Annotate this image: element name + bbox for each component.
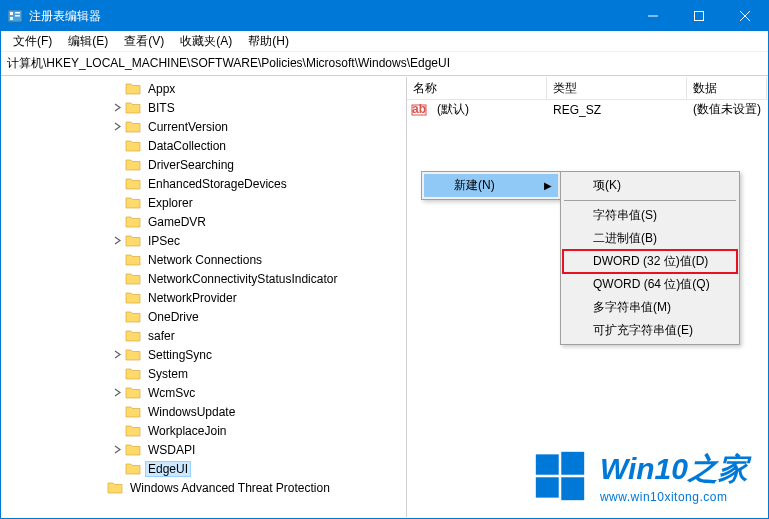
close-button[interactable] — [722, 1, 768, 31]
context-item-multistring[interactable]: 多字符串值(M) — [563, 296, 737, 319]
expand-icon[interactable] — [110, 271, 125, 286]
context-item-string[interactable]: 字符串值(S) — [563, 204, 737, 227]
expand-icon[interactable] — [110, 100, 125, 115]
tree-pane[interactable]: AppxBITSCurrentVersionDataCollectionDriv… — [2, 77, 407, 517]
tree-item-system[interactable]: System — [2, 364, 406, 383]
tree-item-datacollection[interactable]: DataCollection — [2, 136, 406, 155]
address-bar[interactable]: 计算机\HKEY_LOCAL_MACHINE\SOFTWARE\Policies… — [1, 52, 768, 76]
context-item-key[interactable]: 项(K) — [563, 174, 737, 197]
expand-icon[interactable] — [110, 442, 125, 457]
tree-item-explorer[interactable]: Explorer — [2, 193, 406, 212]
context-item-expandstring[interactable]: 可扩充字符串值(E) — [563, 319, 737, 342]
tree-item-driversearching[interactable]: DriverSearching — [2, 155, 406, 174]
expand-icon[interactable] — [110, 423, 125, 438]
menu-file[interactable]: 文件(F) — [5, 31, 60, 52]
table-row[interactable]: ab (默认) REG_SZ (数值未设置) — [407, 100, 767, 119]
watermark-title: Win10之家 — [600, 449, 748, 490]
titlebar[interactable]: 注册表编辑器 — [1, 1, 768, 31]
tree-item-wcmsvc[interactable]: WcmSvc — [2, 383, 406, 402]
expand-icon[interactable] — [110, 195, 125, 210]
minimize-button[interactable] — [630, 1, 676, 31]
tree-item-currentversion[interactable]: CurrentVersion — [2, 117, 406, 136]
tree-item-bits[interactable]: BITS — [2, 98, 406, 117]
context-item-new[interactable]: 新建(N) ▶ — [424, 174, 558, 197]
expand-icon[interactable] — [110, 385, 125, 400]
tree-label: DataCollection — [145, 138, 229, 154]
tree-item-safer[interactable]: safer — [2, 326, 406, 345]
value-data: (数值未设置) — [687, 100, 767, 119]
expand-icon[interactable] — [110, 252, 125, 267]
tree-item-gamedvr[interactable]: GameDVR — [2, 212, 406, 231]
tree-item-network-connections[interactable]: Network Connections — [2, 250, 406, 269]
tree-item-windowsupdate[interactable]: WindowsUpdate — [2, 402, 406, 421]
tree-label: BITS — [145, 100, 178, 116]
folder-icon — [125, 215, 141, 229]
tree-label: WSDAPI — [145, 442, 198, 458]
context-item-qword[interactable]: QWORD (64 位)值(Q) — [563, 273, 737, 296]
menu-edit[interactable]: 编辑(E) — [60, 31, 116, 52]
tree-item-settingsync[interactable]: SettingSync — [2, 345, 406, 364]
tree-label: Network Connections — [145, 252, 265, 268]
menu-help[interactable]: 帮助(H) — [240, 31, 297, 52]
tree-item-onedrive[interactable]: OneDrive — [2, 307, 406, 326]
context-item-label: 新建(N) — [454, 177, 495, 194]
menu-view[interactable]: 查看(V) — [116, 31, 172, 52]
expand-icon[interactable] — [110, 214, 125, 229]
tree-label: SettingSync — [145, 347, 215, 363]
folder-icon — [125, 272, 141, 286]
tree-item-windows-advanced-threat-protection[interactable]: Windows Advanced Threat Protection — [2, 478, 406, 497]
expand-icon[interactable] — [110, 366, 125, 381]
folder-icon — [125, 177, 141, 191]
tree-label: System — [145, 366, 191, 382]
tree-item-workplacejoin[interactable]: WorkplaceJoin — [2, 421, 406, 440]
svg-text:ab: ab — [412, 102, 426, 116]
tree-label: DriverSearching — [145, 157, 237, 173]
tree-item-networkprovider[interactable]: NetworkProvider — [2, 288, 406, 307]
expand-icon[interactable] — [110, 404, 125, 419]
expand-icon[interactable] — [110, 290, 125, 305]
folder-icon — [125, 101, 141, 115]
tree-item-networkconnectivitystatusindicator[interactable]: NetworkConnectivityStatusIndicator — [2, 269, 406, 288]
expand-icon[interactable] — [110, 119, 125, 134]
tree-item-ipsec[interactable]: IPSec — [2, 231, 406, 250]
context-item-dword[interactable]: DWORD (32 位)值(D) — [563, 250, 737, 273]
folder-icon — [125, 120, 141, 134]
expand-icon[interactable] — [92, 480, 107, 495]
menu-favorites[interactable]: 收藏夹(A) — [172, 31, 240, 52]
folder-icon — [125, 386, 141, 400]
tree-item-enhancedstoragedevices[interactable]: EnhancedStorageDevices — [2, 174, 406, 193]
expand-icon[interactable] — [110, 233, 125, 248]
context-item-binary[interactable]: 二进制值(B) — [563, 227, 737, 250]
tree-label: GameDVR — [145, 214, 209, 230]
tree-label: WindowsUpdate — [145, 404, 238, 420]
svg-rect-13 — [536, 477, 559, 497]
tree-item-edgeui[interactable]: EdgeUI — [2, 459, 406, 478]
col-type[interactable]: 类型 — [547, 77, 687, 99]
window-title: 注册表编辑器 — [29, 8, 630, 25]
maximize-button[interactable] — [676, 1, 722, 31]
tree-label: WorkplaceJoin — [145, 423, 229, 439]
col-data[interactable]: 数据 — [687, 77, 767, 99]
tree-item-wsdapi[interactable]: WSDAPI — [2, 440, 406, 459]
expand-icon[interactable] — [110, 138, 125, 153]
value-name: (默认) — [431, 100, 547, 119]
tree-label: Explorer — [145, 195, 196, 211]
folder-icon — [125, 139, 141, 153]
expand-icon[interactable] — [110, 461, 125, 476]
tree-label: CurrentVersion — [145, 119, 231, 135]
col-name[interactable]: 名称 — [407, 77, 547, 99]
folder-icon — [125, 253, 141, 267]
context-menu-new: 项(K) 字符串值(S) 二进制值(B) DWORD (32 位)值(D) QW… — [560, 171, 740, 345]
expand-icon[interactable] — [110, 81, 125, 96]
svg-rect-6 — [695, 12, 704, 21]
folder-icon — [125, 443, 141, 457]
expand-icon[interactable] — [110, 347, 125, 362]
folder-icon — [125, 234, 141, 248]
window-controls — [630, 1, 768, 31]
expand-icon[interactable] — [110, 176, 125, 191]
expand-icon[interactable] — [110, 328, 125, 343]
expand-icon[interactable] — [110, 309, 125, 324]
expand-icon[interactable] — [110, 157, 125, 172]
watermark-url: www.win10xitong.com — [600, 490, 748, 504]
tree-item-appx[interactable]: Appx — [2, 79, 406, 98]
